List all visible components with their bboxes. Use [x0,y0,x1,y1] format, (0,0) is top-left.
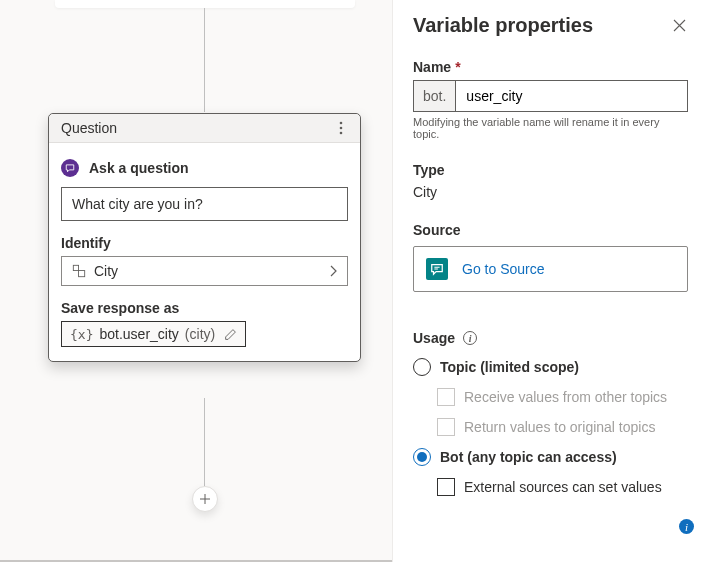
type-label: Type [413,162,688,178]
receive-values-checkbox: Receive values from other topics [437,388,688,406]
variable-properties-panel: Variable properties Name * bot. Modifyin… [392,0,708,562]
radio-icon [413,358,431,376]
source-label: Source [413,222,688,238]
edit-variable-button[interactable] [223,327,237,341]
question-icon [61,159,79,177]
checkbox-icon [437,478,455,496]
close-icon [673,19,686,32]
node-header-title: Question [61,120,117,136]
previous-node-edge [55,0,355,8]
type-value: City [413,184,688,200]
external-sources-checkbox[interactable]: External sources can set values [437,478,688,496]
name-hint: Modifying the variable name will rename … [413,116,688,140]
return-values-checkbox: Return values to original topics [437,418,688,436]
svg-rect-4 [79,271,85,277]
info-tooltip-button[interactable]: i [679,519,694,534]
scope-topic-label: Topic (limited scope) [440,359,579,375]
scope-bot-radio[interactable]: Bot (any topic can access) [413,448,688,466]
close-panel-button[interactable] [670,17,688,35]
radio-icon-selected [413,448,431,466]
node-header: Question [49,114,360,143]
svg-point-2 [340,132,343,135]
connector-line [204,8,205,112]
variable-name: bot.user_city [99,326,178,342]
more-vertical-icon [339,121,343,135]
save-response-label: Save response as [61,300,348,316]
question-text-input[interactable] [61,187,348,221]
name-label: Name [413,59,451,75]
svg-point-0 [340,122,343,125]
checkbox-icon [437,388,455,406]
return-values-label: Return values to original topics [464,419,655,435]
svg-rect-3 [73,265,78,270]
connector-line [204,398,205,486]
plus-icon [199,493,211,505]
name-prefix: bot. [414,81,456,111]
checkbox-icon [437,418,455,436]
chevron-right-icon [329,265,337,277]
variable-icon: {x} [70,327,93,342]
usage-label: Usage [413,330,455,346]
identify-dropdown[interactable]: City [61,256,348,286]
receive-values-label: Receive values from other topics [464,389,667,405]
node-more-menu[interactable] [332,119,350,137]
usage-info-icon[interactable]: i [463,331,477,345]
identify-value: City [94,263,118,279]
scope-topic-radio[interactable]: Topic (limited scope) [413,358,688,376]
variable-chip[interactable]: {x} bot.user_city (city) [61,321,246,347]
go-to-source-button[interactable]: Go to Source [413,246,688,292]
canvas: Question Ask a question Identify City [0,0,392,562]
panel-title: Variable properties [413,14,670,37]
source-icon [426,258,448,280]
ask-question-label: Ask a question [89,160,189,176]
add-node-button[interactable] [192,486,218,512]
required-indicator: * [455,59,460,75]
svg-point-1 [340,127,343,130]
external-sources-label: External sources can set values [464,479,662,495]
question-node[interactable]: Question Ask a question Identify City [48,113,361,362]
name-input-group: bot. [413,80,688,112]
identify-label: Identify [61,235,348,251]
go-to-source-label: Go to Source [462,261,545,277]
pencil-icon [224,328,237,341]
entity-icon [72,264,86,278]
variable-name-input[interactable] [456,81,687,111]
variable-type-paren: (city) [185,326,215,342]
scope-bot-label: Bot (any topic can access) [440,449,617,465]
